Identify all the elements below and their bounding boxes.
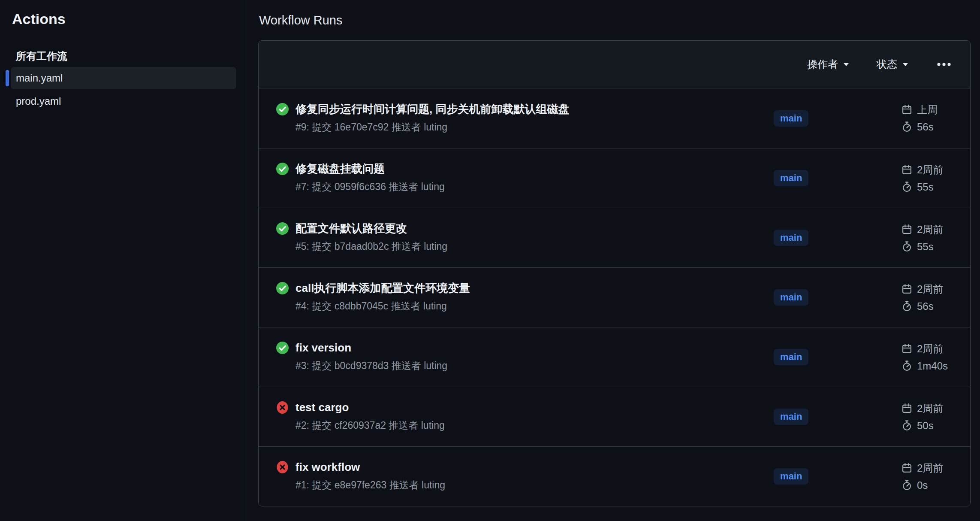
run-commit-info: #9: 提交 16e70e7c92 推送者 luting	[296, 118, 569, 136]
actions-sidebar: Actions 所有工作流 main.yaml prod.yaml	[0, 0, 246, 521]
workflow-run-row[interactable]: 修复磁盘挂载问题 #7: 提交 0959f6c636 推送者 luting ma…	[259, 148, 970, 208]
calendar-icon	[902, 403, 912, 414]
stopwatch-icon	[902, 480, 912, 491]
run-title-link[interactable]: fix version	[296, 339, 447, 356]
run-title-link[interactable]: test cargo	[296, 399, 445, 416]
run-meta: 2周前 0s	[902, 460, 970, 493]
page: Actions 所有工作流 main.yaml prod.yaml Workfl…	[0, 0, 980, 521]
run-commit-info: #5: 提交 b7daad0b2c 推送者 luting	[296, 237, 447, 256]
run-date: 2周前	[902, 162, 970, 178]
run-text: 配置文件默认路径更改 #5: 提交 b7daad0b2c 推送者 luting	[296, 220, 447, 256]
run-summary: fix version #3: 提交 b0cd9378d3 推送者 luting	[259, 339, 774, 375]
run-text: 修复磁盘挂载问题 #7: 提交 0959f6c636 推送者 luting	[296, 160, 445, 196]
workflow-file-label: main.yaml	[16, 72, 63, 84]
page-title: Workflow Runs	[259, 13, 971, 27]
run-duration: 1m40s	[902, 358, 970, 374]
run-date-label: 2周前	[917, 162, 943, 178]
run-date: 2周前	[902, 460, 970, 476]
calendar-icon	[902, 104, 912, 115]
run-text: fix workflow #1: 提交 e8e97fe263 推送者 lutin…	[296, 458, 445, 494]
branch-badge[interactable]: main	[774, 170, 808, 186]
calendar-icon	[902, 284, 912, 294]
check-circle-success-icon	[276, 282, 289, 295]
workflow-run-row[interactable]: test cargo #2: 提交 cf260937a2 推送者 luting …	[259, 387, 970, 446]
run-duration: 50s	[902, 418, 970, 433]
workflow-run-row[interactable]: 修复同步运行时间计算问题, 同步关机前卸载默认组磁盘 #9: 提交 16e70e…	[259, 88, 970, 148]
run-title-link[interactable]: 修复同步运行时间计算问题, 同步关机前卸载默认组磁盘	[296, 100, 569, 118]
main-content: Workflow Runs 操作者 状态	[246, 0, 980, 521]
run-date-label: 2周前	[917, 460, 943, 476]
chevron-down-icon	[843, 63, 849, 67]
run-duration: 0s	[902, 477, 970, 493]
calendar-icon	[902, 463, 912, 473]
branch-badge[interactable]: main	[774, 409, 808, 425]
run-duration-label: 0s	[917, 477, 928, 493]
workflow-nav: 所有工作流 main.yaml prod.yaml	[0, 49, 246, 112]
run-details: main 2周前	[774, 460, 970, 493]
run-commit-info: #4: 提交 c8dbb7045c 推送者 luting	[296, 297, 470, 315]
run-text: 修复同步运行时间计算问题, 同步关机前卸载默认组磁盘 #9: 提交 16e70e…	[296, 100, 569, 136]
run-meta: 2周前 1m40s	[902, 341, 970, 374]
run-summary: fix workflow #1: 提交 e8e97fe263 推送者 lutin…	[259, 458, 774, 494]
sidebar-item-prod-yaml[interactable]: prod.yaml	[11, 90, 236, 112]
run-text: call执行脚本添加配置文件环境变量 #4: 提交 c8dbb7045c 推送者…	[296, 279, 470, 315]
run-summary: call执行脚本添加配置文件环境变量 #4: 提交 c8dbb7045c 推送者…	[259, 279, 774, 315]
chevron-down-icon	[902, 63, 908, 67]
run-duration: 55s	[902, 179, 970, 195]
x-circle-failure-icon	[276, 401, 289, 414]
run-text: test cargo #2: 提交 cf260937a2 推送者 luting	[296, 399, 445, 435]
workflow-run-row[interactable]: 配置文件默认路径更改 #5: 提交 b7daad0b2c 推送者 luting …	[259, 208, 970, 267]
run-date: 2周前	[902, 400, 970, 416]
run-commit-info: #3: 提交 b0cd9378d3 推送者 luting	[296, 356, 447, 375]
run-details: main 上周	[774, 102, 970, 135]
calendar-icon	[902, 224, 912, 235]
run-meta: 2周前 50s	[902, 400, 970, 433]
workflow-run-row[interactable]: call执行脚本添加配置文件环境变量 #4: 提交 c8dbb7045c 推送者…	[259, 267, 970, 327]
run-text: fix version #3: 提交 b0cd9378d3 推送者 luting	[296, 339, 447, 375]
branch-badge[interactable]: main	[774, 289, 808, 306]
x-circle-failure-icon	[276, 460, 289, 474]
sidebar-item-main-yaml[interactable]: main.yaml	[11, 67, 236, 89]
run-title-link[interactable]: 配置文件默认路径更改	[296, 220, 447, 237]
run-duration: 56s	[902, 119, 970, 135]
run-duration-label: 56s	[917, 298, 934, 314]
run-title-link[interactable]: fix workflow	[296, 458, 445, 476]
run-date: 2周前	[902, 281, 970, 297]
actor-filter-dropdown[interactable]: 操作者	[807, 58, 849, 71]
check-circle-success-icon	[276, 103, 289, 116]
runs-toolbar: 操作者 状态	[259, 41, 970, 88]
run-details: main 2周前	[774, 162, 970, 195]
workflow-run-row[interactable]: fix version #3: 提交 b0cd9378d3 推送者 luting…	[259, 327, 970, 387]
check-circle-success-icon	[276, 341, 289, 354]
branch-badge[interactable]: main	[774, 230, 808, 246]
run-summary: test cargo #2: 提交 cf260937a2 推送者 luting	[259, 399, 774, 435]
more-options-button[interactable]	[936, 60, 952, 69]
stopwatch-icon	[902, 121, 912, 132]
calendar-icon	[902, 343, 912, 354]
run-date: 2周前	[902, 341, 970, 357]
branch-badge[interactable]: main	[774, 349, 808, 365]
workflow-run-row[interactable]: fix workflow #1: 提交 e8e97fe263 推送者 lutin…	[259, 446, 970, 506]
sidebar-title: Actions	[12, 10, 246, 27]
stopwatch-icon	[902, 360, 912, 371]
run-summary: 修复磁盘挂载问题 #7: 提交 0959f6c636 推送者 luting	[259, 160, 774, 196]
run-duration-label: 55s	[917, 179, 934, 195]
branch-badge[interactable]: main	[774, 468, 808, 485]
run-title-link[interactable]: call执行脚本添加配置文件环境变量	[296, 279, 470, 297]
run-meta: 2周前 56s	[902, 281, 970, 314]
run-summary: 配置文件默认路径更改 #5: 提交 b7daad0b2c 推送者 luting	[259, 220, 774, 256]
run-commit-info: #7: 提交 0959f6c636 推送者 luting	[296, 177, 445, 196]
run-summary: 修复同步运行时间计算问题, 同步关机前卸载默认组磁盘 #9: 提交 16e70e…	[259, 100, 774, 136]
check-circle-success-icon	[276, 162, 289, 176]
stopwatch-icon	[902, 241, 912, 252]
sidebar-item-all-workflows[interactable]: 所有工作流	[16, 49, 236, 64]
run-date-label: 2周前	[917, 400, 943, 416]
status-filter-label: 状态	[877, 58, 897, 71]
run-title-link[interactable]: 修复磁盘挂载问题	[296, 160, 445, 177]
run-date-label: 上周	[917, 102, 938, 118]
run-duration: 55s	[902, 239, 970, 254]
run-details: main 2周前	[774, 281, 970, 314]
run-commit-info: #1: 提交 e8e97fe263 推送者 luting	[296, 476, 445, 494]
status-filter-dropdown[interactable]: 状态	[877, 58, 908, 71]
branch-badge[interactable]: main	[774, 110, 808, 127]
